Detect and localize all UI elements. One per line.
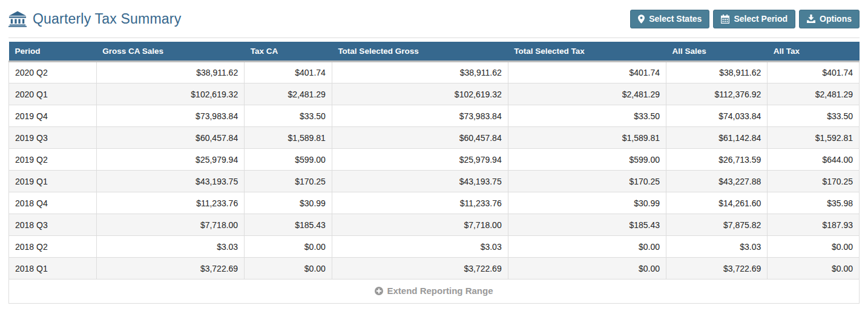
cell-all-sales: $14,261.60 — [666, 192, 768, 214]
cell-total-selected-gross: $3.03 — [332, 236, 508, 258]
select-states-button[interactable]: Select States — [630, 10, 709, 28]
table-row: 2019 Q3$60,457.84$1,589.81$60,457.84$1,5… — [9, 127, 860, 149]
select-period-button[interactable]: Select Period — [713, 10, 795, 28]
map-marker-icon — [638, 15, 645, 24]
table-row: 2019 Q4$73,983.84$33.50$73,983.84$33.50$… — [9, 105, 860, 127]
cell-period: 2020 Q1 — [9, 83, 97, 105]
table-row: 2020 Q1$102,619.32$2,481.29$102,619.32$2… — [9, 83, 860, 105]
title-wrap: Quarterly Tax Summary — [8, 11, 181, 27]
page: Quarterly Tax Summary Select States — [0, 0, 868, 304]
page-title: Quarterly Tax Summary — [33, 11, 181, 27]
cell-total-selected-tax: $599.00 — [508, 149, 666, 171]
cell-all-tax: $2,481.29 — [768, 83, 860, 105]
options-label: Options — [820, 14, 852, 24]
cell-total-selected-tax: $170.25 — [508, 171, 666, 192]
cell-period: 2020 Q2 — [9, 62, 97, 83]
cell-all-tax: $0.00 — [768, 258, 860, 279]
cell-all-tax: $1,592.81 — [768, 127, 860, 149]
table-row: 2018 Q3$7,718.00$185.43$7,718.00$185.43$… — [9, 214, 860, 236]
cell-gross-ca-sales: $60,457.84 — [96, 127, 244, 149]
cell-total-selected-gross: $11,233.76 — [332, 192, 508, 214]
cell-total-selected-gross: $3,722.69 — [332, 258, 508, 279]
table-row: 2019 Q1$43,193.75$170.25$43,193.75$170.2… — [9, 171, 860, 192]
column-header-tax-ca[interactable]: Tax CA — [245, 42, 332, 62]
cell-gross-ca-sales: $7,718.00 — [96, 214, 244, 236]
cell-all-tax: $33.50 — [768, 105, 860, 127]
cell-all-sales: $7,875.82 — [666, 214, 768, 236]
cell-all-sales: $3.03 — [666, 236, 768, 258]
cell-total-selected-tax: $33.50 — [508, 105, 666, 127]
table-row: 2019 Q2$25,979.94$599.00$25,979.94$599.0… — [9, 149, 860, 171]
column-header-all-sales[interactable]: All Sales — [666, 42, 768, 62]
bank-icon — [8, 11, 27, 27]
cell-tax-ca: $599.00 — [245, 149, 332, 171]
cell-gross-ca-sales: $3.03 — [96, 236, 244, 258]
cell-total-selected-gross: $25,979.94 — [332, 149, 508, 171]
cell-tax-ca: $0.00 — [245, 236, 332, 258]
cell-total-selected-tax: $0.00 — [508, 258, 666, 279]
cell-total-selected-gross: $73,983.84 — [332, 105, 508, 127]
cell-period: 2018 Q4 — [9, 192, 97, 214]
cell-total-selected-gross: $43,193.75 — [332, 171, 508, 192]
table-header-row: PeriodGross CA SalesTax CATotal Selected… — [9, 42, 860, 62]
table-row: 2018 Q4$11,233.76$30.99$11,233.76$30.99$… — [9, 192, 860, 214]
quarterly-tax-table: PeriodGross CA SalesTax CATotal Selected… — [8, 42, 860, 304]
cell-gross-ca-sales: $102,619.32 — [96, 83, 244, 105]
cell-tax-ca: $1,589.81 — [245, 127, 332, 149]
cell-total-selected-gross: $102,619.32 — [332, 83, 508, 105]
table-row: 2020 Q2$38,911.62$401.74$38,911.62$401.7… — [9, 62, 860, 83]
cell-tax-ca: $185.43 — [245, 214, 332, 236]
cell-total-selected-gross: $60,457.84 — [332, 127, 508, 149]
column-header-gross-ca-sales[interactable]: Gross CA Sales — [96, 42, 244, 62]
table-footer-row: Extend Reporting Range — [9, 279, 860, 304]
cell-total-selected-gross: $7,718.00 — [332, 214, 508, 236]
cell-gross-ca-sales: $43,193.75 — [96, 171, 244, 192]
cell-all-tax: $401.74 — [768, 62, 860, 83]
cell-all-sales: $26,713.59 — [666, 149, 768, 171]
cell-all-tax: $644.00 — [768, 149, 860, 171]
cell-period: 2018 Q2 — [9, 236, 97, 258]
cell-gross-ca-sales: $73,983.84 — [96, 105, 244, 127]
cell-period: 2019 Q3 — [9, 127, 97, 149]
cell-tax-ca: $30.99 — [245, 192, 332, 214]
cell-all-tax: $187.93 — [768, 214, 860, 236]
cell-total-selected-tax: $185.43 — [508, 214, 666, 236]
table-row: 2018 Q1$3,722.69$0.00$3,722.69$0.00$3,72… — [9, 258, 860, 279]
cell-all-sales: $74,033.84 — [666, 105, 768, 127]
cell-total-selected-tax: $30.99 — [508, 192, 666, 214]
cell-tax-ca: $401.74 — [245, 62, 332, 83]
cell-gross-ca-sales: $3,722.69 — [96, 258, 244, 279]
cell-total-selected-tax: $2,481.29 — [508, 83, 666, 105]
plus-circle-icon — [375, 287, 383, 295]
download-icon — [807, 15, 815, 23]
cell-total-selected-tax: $401.74 — [508, 62, 666, 83]
cell-total-selected-gross: $38,911.62 — [332, 62, 508, 83]
cell-period: 2018 Q1 — [9, 258, 97, 279]
cell-all-tax: $0.00 — [768, 236, 860, 258]
table-row: 2018 Q2$3.03$0.00$3.03$0.00$3.03$0.00 — [9, 236, 860, 258]
cell-all-tax: $170.25 — [768, 171, 860, 192]
column-header-total-selected-gross[interactable]: Total Selected Gross — [332, 42, 508, 62]
options-button[interactable]: Options — [799, 10, 860, 28]
cell-period: 2018 Q3 — [9, 214, 97, 236]
cell-total-selected-tax: $0.00 — [508, 236, 666, 258]
cell-tax-ca: $2,481.29 — [245, 83, 332, 105]
cell-gross-ca-sales: $25,979.94 — [96, 149, 244, 171]
cell-all-sales: $3,722.69 — [666, 258, 768, 279]
column-header-all-tax[interactable]: All Tax — [768, 42, 860, 62]
cell-tax-ca: $0.00 — [245, 258, 332, 279]
cell-tax-ca: $170.25 — [245, 171, 332, 192]
cell-tax-ca: $33.50 — [245, 105, 332, 127]
action-buttons: Select States Select Period — [630, 10, 860, 28]
extend-reporting-range-label: Extend Reporting Range — [387, 286, 493, 296]
extend-reporting-range-button[interactable]: Extend Reporting Range — [9, 279, 860, 304]
column-header-total-selected-tax[interactable]: Total Selected Tax — [508, 42, 666, 62]
topbar: Quarterly Tax Summary Select States — [8, 0, 860, 38]
table-body: 2020 Q2$38,911.62$401.74$38,911.62$401.7… — [9, 62, 860, 279]
select-period-label: Select Period — [734, 14, 787, 24]
column-header-period[interactable]: Period — [9, 42, 97, 62]
select-states-label: Select States — [649, 14, 702, 24]
cell-all-sales: $61,142.84 — [666, 127, 768, 149]
calendar-icon — [721, 15, 729, 24]
cell-period: 2019 Q2 — [9, 149, 97, 171]
